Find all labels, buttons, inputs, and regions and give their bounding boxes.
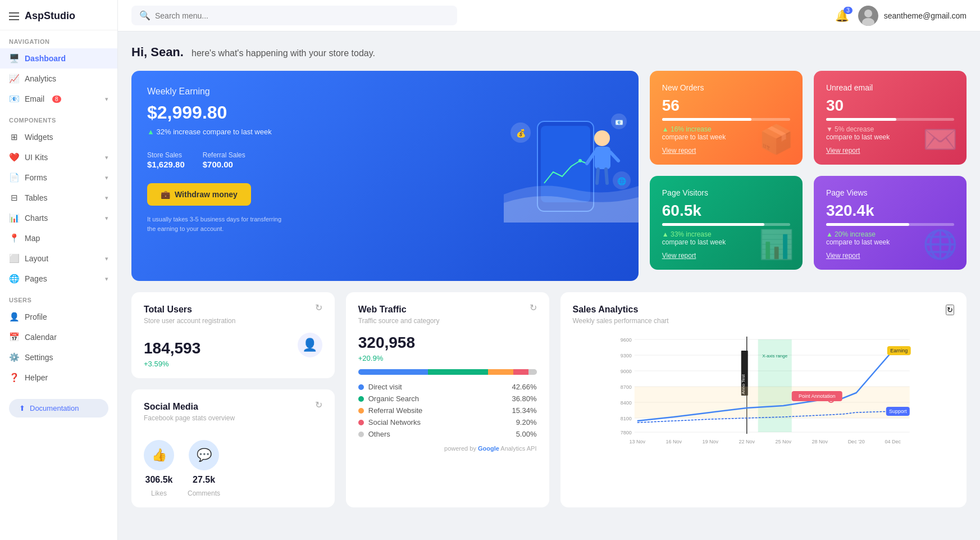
legend-direct: Direct visit 42.66% (358, 383, 537, 391)
settings-icon: ⚙️ (9, 352, 19, 362)
earning-note: It usually takes 3-5 business days for t… (147, 215, 282, 233)
sidebar-item-layout[interactable]: ⬜ Layout ▾ (0, 248, 117, 269)
app-name: AspStudio (25, 10, 75, 22)
svg-text:28 Nov: 28 Nov (812, 439, 828, 444)
sidebar-item-helper[interactable]: ❓ Helper (0, 367, 117, 388)
sales-analytics-refresh[interactable]: ↻ (946, 305, 954, 315)
sidebar-item-pages[interactable]: 🌐 Pages ▾ (0, 269, 117, 289)
thumbs-up-icon: 👍 (144, 440, 174, 470)
svg-line-9 (610, 152, 618, 161)
svg-rect-46 (634, 387, 909, 418)
sidebar-item-label: Tables (25, 193, 47, 202)
greeting-name: Hi, Sean. (131, 45, 184, 59)
svg-text:04 Dec: 04 Dec (885, 439, 901, 444)
total-users-refresh[interactable]: ↻ (315, 302, 322, 313)
sidebar-item-label: Analytics (25, 74, 56, 83)
svg-point-1 (864, 10, 872, 17)
powered-by: powered by Google Analytics API (358, 445, 537, 452)
pages-icon: 🌐 (9, 274, 19, 284)
legend-referral: Referral Website 15.34% (358, 406, 537, 415)
stat-card-visitors: Page Visitors 60.5k ▲ 33% increasecompar… (650, 176, 803, 270)
main-content: 🔍 🔔 3 seantheme@gmail.com Hi, Sean. here… (118, 0, 980, 540)
notification-badge: 3 (844, 7, 853, 14)
widgets-icon: ⊞ (9, 132, 19, 142)
web-traffic-refresh[interactable]: ↻ (530, 302, 537, 313)
sidebar-item-tables[interactable]: ⊟ Tables ▾ (0, 188, 117, 208)
map-icon: 📍 (9, 233, 19, 243)
stat-title: Page Visitors (662, 188, 790, 197)
legend-organic: Organic Search 36.80% (358, 394, 537, 403)
stat-value: 60.5k (662, 202, 790, 220)
svg-rect-7 (595, 147, 610, 169)
sidebar-item-email[interactable]: 📧 Email 8 ▾ (0, 89, 117, 109)
orders-icon: 📦 (759, 123, 794, 156)
social-media-row: 👍 306.5k Likes 💬 27.5k Comments (144, 440, 322, 497)
svg-point-6 (594, 130, 610, 146)
stat-title: New Orders (662, 83, 790, 92)
referral-sales: Referral Sales $700.00 (203, 149, 245, 170)
referral-sales-value: $700.00 (203, 160, 233, 169)
likes-item: 👍 306.5k Likes (144, 440, 174, 497)
svg-text:Point Annotation: Point Annotation (798, 393, 835, 399)
pageviews-icon: 🌐 (923, 228, 958, 261)
chevron-down-icon: ▾ (105, 275, 108, 283)
sidebar-item-label: Dashboard (25, 54, 66, 63)
traffic-change: +20.9% (358, 354, 537, 362)
doc-icon: ⬆ (19, 404, 25, 412)
email-badge: 8 (52, 96, 61, 103)
calendar-icon: 📅 (9, 332, 19, 342)
chevron-down-icon: ▾ (105, 215, 108, 222)
svg-text:💰: 💰 (516, 129, 526, 138)
social-media-card: Social Media Facebook page stats overvie… (131, 389, 335, 507)
chevron-down-icon: ▾ (105, 174, 108, 181)
email-icon: 📧 (9, 94, 19, 104)
svg-text:8700: 8700 (620, 384, 631, 390)
sidebar-item-uikits[interactable]: ❤️ UI Kits ▾ (0, 147, 117, 167)
greeting: Hi, Sean. here's what's happening with y… (131, 45, 967, 60)
user-info[interactable]: seantheme@gmail.com (858, 6, 967, 26)
notification-button[interactable]: 🔔 3 (835, 9, 849, 22)
sidebar-item-dashboard[interactable]: 🖥️ Dashboard (0, 48, 117, 69)
total-users-change: +3.59% (144, 360, 200, 368)
chart-area: 9600 9300 9000 8700 8400 8100 7800 13 No… (573, 334, 955, 448)
svg-text:19 Nov: 19 Nov (702, 439, 718, 444)
dashboard-icon: 🖥️ (9, 53, 19, 63)
svg-text:16 Nov: 16 Nov (666, 439, 682, 444)
search-bar[interactable]: 🔍 (131, 6, 457, 25)
withdraw-button[interactable]: 💼 Withdraw money (147, 183, 251, 206)
search-icon: 🔍 (139, 10, 151, 21)
web-traffic-title: Web Traffic (358, 305, 440, 315)
sidebar-item-profile[interactable]: 👤 Profile (0, 307, 117, 327)
tables-icon: ⊟ (9, 193, 19, 203)
svg-text:8400: 8400 (620, 400, 631, 406)
social-media-refresh[interactable]: ↻ (315, 400, 322, 410)
stats-grid: New Orders 56 ▲ 16% increasecompare to l… (650, 71, 967, 270)
legend-others: Others 5.00% (358, 430, 537, 438)
sidebar-item-label: Forms (25, 173, 47, 182)
sidebar-item-label: Email (25, 94, 44, 103)
page-body: Hi, Sean. here's what's happening with y… (118, 31, 980, 540)
documentation-button[interactable]: ⬆ Documentation (9, 399, 108, 418)
sidebar-item-forms[interactable]: 📄 Forms ▾ (0, 167, 117, 188)
comments-value: 27.5k (193, 475, 215, 485)
sidebar-item-widgets[interactable]: ⊞ Widgets (0, 127, 117, 147)
total-users-subtitle: Store user account registration (144, 317, 235, 325)
sales-chart: 9600 9300 9000 8700 8400 8100 7800 13 No… (573, 334, 955, 446)
earning-illustration: 💰 📧 🌐 (504, 76, 639, 223)
comments-item: 💬 27.5k Comments (188, 440, 220, 497)
users-section-title: Users (0, 289, 117, 307)
svg-text:8100: 8100 (620, 416, 631, 421)
svg-text:9600: 9600 (620, 337, 631, 343)
sidebar-item-map[interactable]: 📍 Map (0, 228, 117, 248)
sidebar-item-calendar[interactable]: 📅 Calendar (0, 327, 117, 347)
search-input[interactable] (155, 11, 449, 20)
hamburger-icon[interactable] (9, 12, 19, 20)
sales-analytics-title: Sales Analytics (573, 305, 669, 315)
sidebar-item-charts[interactable]: 📊 Charts ▾ (0, 208, 117, 228)
sidebar-item-analytics[interactable]: 📈 Analytics (0, 69, 117, 89)
sidebar-item-settings[interactable]: ⚙️ Settings (0, 347, 117, 367)
analytics-icon: 📈 (9, 74, 19, 84)
referral-sales-label: Referral Sales (203, 151, 245, 159)
stat-value: 30 (826, 97, 954, 115)
chevron-down-icon: ▾ (105, 96, 108, 103)
